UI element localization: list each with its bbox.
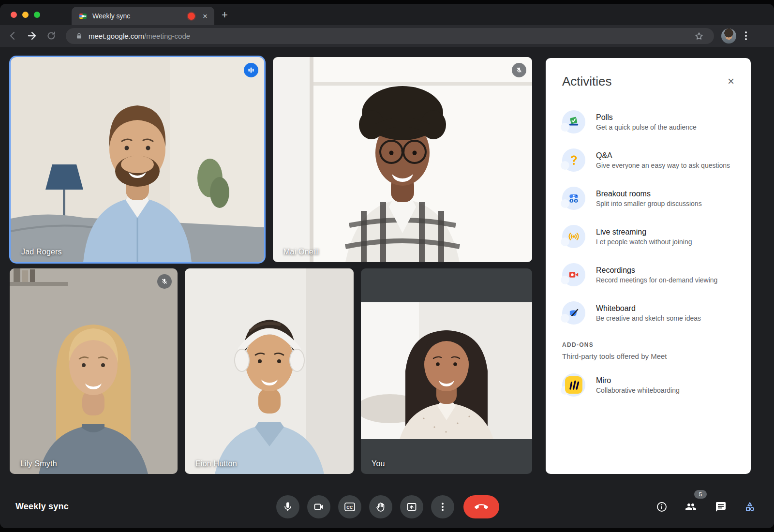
breakout-rooms-icon	[562, 187, 585, 210]
activity-name: Q&A	[596, 150, 730, 161]
mai-oneill-video	[273, 57, 532, 262]
participant-name: Eion Hutton	[195, 459, 237, 468]
polls-icon	[562, 110, 585, 133]
participant-name: Jad Rogers	[21, 248, 62, 256]
activity-description: Record meetings for on-demand viewing	[596, 276, 717, 285]
addons-subtitle: Third-party tools offered by Meet	[562, 352, 734, 360]
address-bar[interactable]: meet.google.com/meeting-code	[66, 28, 714, 44]
chat-button[interactable]	[715, 501, 727, 513]
more-options-button[interactable]	[431, 495, 454, 518]
svg-text:CC: CC	[346, 505, 353, 510]
url-domain: meet.google.com	[89, 32, 144, 40]
recording-indicator-icon	[188, 13, 195, 20]
tab-strip: Weekly sync × +	[0, 4, 774, 25]
activity-item-polls[interactable]: Polls Get a quick pulse of the audience	[562, 110, 734, 133]
tab-close-icon[interactable]: ×	[203, 12, 208, 20]
activities-shapes-icon	[744, 501, 756, 513]
muted-mic-icon	[157, 274, 172, 289]
recordings-icon	[562, 263, 585, 286]
participants-icon	[685, 501, 697, 513]
video-tile-you[interactable]: You	[361, 268, 532, 474]
activity-item-qa[interactable]: Q&A Give everyone an easy way to ask que…	[562, 148, 734, 172]
activities-button[interactable]	[744, 501, 756, 513]
whiteboard-icon	[562, 301, 585, 325]
activities-panel: Activities × Polls Get a quick pulse of …	[546, 58, 751, 474]
participants-count-badge: 5	[694, 490, 707, 499]
forward-icon[interactable]	[26, 30, 38, 42]
tab-title: Weekly sync	[92, 12, 188, 20]
activity-item-breakout-rooms[interactable]: Breakout rooms Split into smaller group …	[562, 187, 734, 210]
activity-name: Live streaming	[596, 227, 692, 237]
activities-panel-title: Activities	[562, 74, 612, 89]
mac-zoom-button[interactable]	[34, 12, 40, 18]
microphone-button[interactable]	[276, 495, 299, 518]
activity-description: Let people watch without joining	[596, 237, 692, 247]
participant-name: Lily Smyth	[20, 459, 57, 468]
addon-name: Miro	[596, 375, 680, 386]
chat-icon	[715, 501, 727, 513]
activity-item-live-streaming[interactable]: Live streaming Let people watch without …	[562, 225, 734, 248]
browser-tab[interactable]: Weekly sync ×	[72, 7, 214, 25]
qa-icon	[562, 148, 585, 172]
url-text: meet.google.com/meeting-code	[89, 32, 694, 40]
speaking-indicator-icon	[244, 63, 258, 77]
activity-name: Breakout rooms	[596, 189, 702, 199]
browser-menu-icon[interactable]	[741, 30, 751, 42]
activity-description: Be creative and sketch some ideas	[596, 314, 701, 323]
video-tile-jad-rogers[interactable]: Jad Rogers	[11, 57, 264, 262]
browser-toolbar: meet.google.com/meeting-code	[0, 25, 774, 47]
participant-name: You	[372, 459, 385, 468]
activity-name: Whiteboard	[596, 303, 701, 314]
end-call-button[interactable]	[463, 495, 499, 518]
addon-description: Collaborative whiteboarding	[596, 386, 680, 395]
miro-icon	[562, 373, 585, 397]
activity-description: Split into smaller group discussions	[596, 199, 702, 208]
camera-icon	[313, 501, 325, 513]
activity-item-recordings[interactable]: Recordings Record meetings for on-demand…	[562, 263, 734, 286]
new-tab-button[interactable]: +	[222, 10, 228, 20]
url-path: /meeting-code	[144, 32, 190, 40]
raise-hand-button[interactable]	[369, 495, 392, 518]
meeting-details-button[interactable]	[656, 501, 668, 513]
microphone-icon	[282, 501, 294, 513]
back-icon[interactable]	[7, 30, 18, 42]
addons-section-label: ADD-ONS	[562, 341, 734, 348]
jad-rogers-video	[11, 57, 264, 262]
activity-name: Polls	[596, 112, 697, 123]
activity-description: Get a quick pulse of the audience	[596, 123, 697, 132]
profile-avatar[interactable]	[721, 29, 736, 44]
mac-minimize-button[interactable]	[22, 12, 29, 18]
browser-window: Weekly sync × + meet.google.com/meeting-…	[0, 4, 774, 528]
you-video	[361, 302, 532, 439]
participant-name: Mai Oneill	[283, 248, 319, 256]
captions-button[interactable]: CC	[338, 495, 361, 518]
lock-icon	[75, 32, 83, 40]
meeting-stage: Jad Rogers	[0, 47, 774, 528]
activity-item-whiteboard[interactable]: Whiteboard Be creative and sketch some i…	[562, 301, 734, 325]
mac-close-button[interactable]	[11, 12, 17, 18]
reload-icon[interactable]	[45, 30, 57, 42]
participants-button[interactable]	[685, 501, 697, 513]
info-icon	[656, 501, 668, 513]
present-screen-icon	[406, 501, 417, 513]
camera-button[interactable]	[307, 495, 330, 518]
eion-hutton-video	[185, 268, 354, 474]
video-tile-eion-hutton[interactable]: Eion Hutton	[185, 268, 354, 474]
panel-close-icon[interactable]: ×	[728, 75, 734, 87]
activity-name: Recordings	[596, 265, 717, 276]
activity-description: Give everyone an easy way to ask questio…	[596, 161, 730, 170]
captions-icon: CC	[343, 501, 356, 513]
muted-mic-icon	[512, 63, 526, 77]
end-call-icon	[475, 500, 488, 514]
meeting-title: Weekly sync	[15, 502, 69, 512]
raise-hand-icon	[375, 501, 387, 513]
addon-item-miro[interactable]: Miro Collaborative whiteboarding	[562, 373, 734, 397]
bookmark-star-icon[interactable]	[694, 31, 704, 42]
video-tile-lily-smyth[interactable]: Lily Smyth	[10, 268, 178, 474]
present-screen-button[interactable]	[400, 495, 423, 518]
video-tile-mai-oneill[interactable]: Mai Oneill	[273, 57, 532, 262]
live-streaming-icon	[562, 225, 585, 248]
google-meet-favicon-icon	[78, 12, 88, 21]
lily-smyth-video	[10, 268, 178, 474]
more-options-icon	[437, 501, 448, 513]
